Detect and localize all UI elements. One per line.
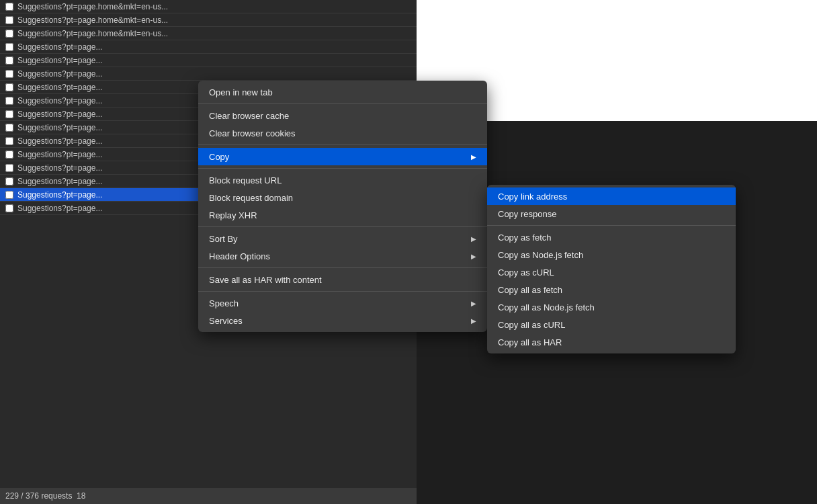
row-url: Suggestions?pt=page... xyxy=(17,42,102,52)
menu-item-header-options[interactable]: Header Options ▶ xyxy=(198,247,487,265)
row-url: Suggestions?pt=page... xyxy=(17,69,102,79)
menu-item-label: Block request domain xyxy=(209,193,293,203)
submenu-item-copy-all-har[interactable]: Copy all as HAR xyxy=(487,333,736,351)
submenu-item-label: Copy all as cURL xyxy=(498,320,565,330)
submenu-item-copy-fetch[interactable]: Copy as fetch xyxy=(487,228,736,246)
submenu-item-copy-all-nodejs-fetch[interactable]: Copy all as Node.js fetch xyxy=(487,298,736,316)
submenu-item-label: Copy all as HAR xyxy=(498,337,562,347)
menu-item-block-url[interactable]: Block request URL xyxy=(198,171,487,189)
menu-separator xyxy=(198,103,487,104)
row-checkbox[interactable] xyxy=(5,151,13,159)
menu-item-clear-cache[interactable]: Clear browser cache xyxy=(198,107,487,124)
copy-submenu[interactable]: Copy link address Copy response Copy as … xyxy=(487,185,736,353)
row-checkbox[interactable] xyxy=(5,16,13,24)
submenu-arrow-icon: ▶ xyxy=(471,300,476,307)
menu-item-clear-cookies[interactable]: Clear browser cookies xyxy=(198,124,487,142)
submenu-item-label: Copy as Node.js fetch xyxy=(498,250,583,260)
row-url: Suggestions?pt=page.home&mkt=en-us... xyxy=(17,15,168,25)
row-url: Suggestions?pt=page... xyxy=(17,163,102,173)
row-url: Suggestions?pt=page... xyxy=(17,56,102,65)
network-row[interactable]: Suggestions?pt=page.home&mkt=en-us... xyxy=(0,13,417,27)
row-url: Suggestions?pt=page.home&mkt=en-us... xyxy=(17,2,168,11)
submenu-arrow-icon: ▶ xyxy=(471,235,476,243)
row-url: Suggestions?pt=page... xyxy=(17,177,102,186)
menu-item-label: Copy xyxy=(209,152,229,162)
network-row[interactable]: Suggestions?pt=page... xyxy=(0,40,417,54)
menu-item-sort-by[interactable]: Sort By ▶ xyxy=(198,230,487,247)
menu-item-label: Save all as HAR with content xyxy=(209,275,322,285)
menu-item-label: Services xyxy=(209,316,243,326)
row-checkbox[interactable] xyxy=(5,124,13,132)
submenu-item-copy-curl[interactable]: Copy as cURL xyxy=(487,263,736,281)
row-checkbox[interactable] xyxy=(5,164,13,172)
menu-item-label: Replay XHR xyxy=(209,210,257,220)
menu-item-speech[interactable]: Speech ▶ xyxy=(198,294,487,312)
submenu-item-copy-response[interactable]: Copy response xyxy=(487,205,736,222)
network-row[interactable]: Suggestions?pt=page.home&mkt=en-us... xyxy=(0,27,417,40)
submenu-arrow-icon: ▶ xyxy=(471,253,476,260)
menu-item-label: Sort By xyxy=(209,234,238,244)
submenu-separator xyxy=(487,225,736,226)
menu-separator xyxy=(198,267,487,268)
row-url: Suggestions?pt=page... xyxy=(17,123,102,132)
menu-item-replay-xhr[interactable]: Replay XHR xyxy=(198,206,487,224)
submenu-item-copy-nodejs-fetch[interactable]: Copy as Node.js fetch xyxy=(487,246,736,263)
row-checkbox[interactable] xyxy=(5,204,13,212)
submenu-item-label: Copy as fetch xyxy=(498,233,552,243)
transfer-size: 18 xyxy=(77,491,85,501)
row-checkbox[interactable] xyxy=(5,56,13,65)
menu-item-copy[interactable]: Copy ▶ xyxy=(198,148,487,165)
menu-item-label: Clear browser cookies xyxy=(209,128,296,138)
row-checkbox[interactable] xyxy=(5,83,13,91)
submenu-arrow-icon: ▶ xyxy=(471,153,476,161)
menu-item-label: Header Options xyxy=(209,251,270,261)
menu-item-save-har[interactable]: Save all as HAR with content xyxy=(198,271,487,288)
network-row[interactable]: Suggestions?pt=page.home&mkt=en-us... xyxy=(0,0,417,13)
network-row[interactable]: Suggestions?pt=page... xyxy=(0,54,417,67)
submenu-arrow-icon: ▶ xyxy=(471,317,476,325)
submenu-item-label: Copy as cURL xyxy=(498,267,554,278)
submenu-item-label: Copy link address xyxy=(498,192,567,202)
submenu-item-label: Copy response xyxy=(498,209,556,219)
menu-item-label: Clear browser cache xyxy=(209,111,289,121)
menu-item-block-domain[interactable]: Block request domain xyxy=(198,189,487,206)
row-checkbox[interactable] xyxy=(5,30,13,38)
row-checkbox[interactable] xyxy=(5,177,13,185)
menu-item-services[interactable]: Services ▶ xyxy=(198,312,487,329)
row-checkbox[interactable] xyxy=(5,110,13,118)
row-url: Suggestions?pt=page... xyxy=(17,204,102,213)
submenu-item-copy-all-curl[interactable]: Copy all as cURL xyxy=(487,316,736,333)
submenu-item-label: Copy all as Node.js fetch xyxy=(498,302,595,312)
network-row[interactable]: Suggestions?pt=page... xyxy=(0,67,417,81)
menu-item-label: Open in new tab xyxy=(209,87,273,97)
row-url: Suggestions?pt=page... xyxy=(17,110,102,119)
menu-separator xyxy=(198,168,487,169)
context-menu[interactable]: Open in new tab Clear browser cache Clea… xyxy=(198,81,487,332)
submenu-item-copy-all-fetch[interactable]: Copy all as fetch xyxy=(487,281,736,298)
row-checkbox[interactable] xyxy=(5,43,13,51)
menu-item-label: Block request URL xyxy=(209,175,282,185)
menu-item-open-tab[interactable]: Open in new tab xyxy=(198,83,487,101)
request-count: 229 / 376 requests xyxy=(5,491,72,501)
row-checkbox[interactable] xyxy=(5,70,13,78)
row-url: Suggestions?pt=page.home&mkt=en-us... xyxy=(17,29,168,38)
submenu-item-label: Copy all as fetch xyxy=(498,285,562,295)
row-checkbox[interactable] xyxy=(5,137,13,145)
menu-separator xyxy=(198,144,487,145)
row-url: Suggestions?pt=page... xyxy=(17,96,102,106)
menu-separator xyxy=(198,291,487,292)
status-bar: 229 / 376 requests 18 xyxy=(0,488,417,504)
menu-separator xyxy=(198,226,487,227)
row-checkbox[interactable] xyxy=(5,97,13,105)
menu-item-label: Speech xyxy=(209,298,239,308)
row-url: Suggestions?pt=page... xyxy=(17,83,102,92)
row-url: Suggestions?pt=page... xyxy=(17,190,102,200)
row-url: Suggestions?pt=page... xyxy=(17,136,102,146)
row-checkbox[interactable] xyxy=(5,191,13,199)
submenu-item-copy-link[interactable]: Copy link address xyxy=(487,187,736,205)
row-url: Suggestions?pt=page... xyxy=(17,150,102,159)
row-checkbox[interactable] xyxy=(5,3,13,11)
